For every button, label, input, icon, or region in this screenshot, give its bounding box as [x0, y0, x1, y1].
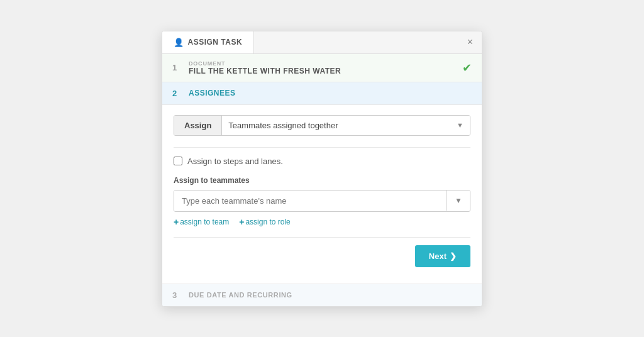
person-icon: 👤 [174, 38, 184, 47]
step-3-title: DUE DATE AND RECURRING [189, 291, 292, 299]
assign-steps-lanes-label: Assign to steps and lanes. [187, 157, 283, 166]
modal-tab: 👤 ASSIGN TASK [162, 31, 254, 53]
teammate-dropdown-button[interactable]: ▼ [447, 191, 470, 211]
assign-button[interactable]: Assign [174, 116, 222, 135]
step-3-number: 3 [172, 290, 182, 300]
checkbox-row: Assign to steps and lanes. [174, 157, 470, 166]
step-2-row: 2 ASSIGNEES [162, 82, 482, 105]
modal-tab-label: ASSIGN TASK [188, 38, 243, 47]
assign-to-team-link[interactable]: + assign to team [174, 217, 229, 227]
step-1-title: FILL THE KETTLE WITH FRESH WATER [189, 67, 456, 75]
teammates-section-label: Assign to teammates [174, 176, 470, 185]
assign-to-role-label: assign to role [245, 218, 290, 226]
teammate-input-row: ▼ [174, 190, 470, 212]
assign-to-team-label: assign to team [180, 218, 229, 226]
assign-row: Assign Teammates assigned together Teamm… [174, 115, 470, 136]
assign-dropdown-wrapper: Teammates assigned together Teammates as… [222, 116, 470, 135]
step-2-title: ASSIGNEES [189, 89, 472, 97]
next-button-label: Next [429, 251, 447, 261]
step-3-row: 3 DUE DATE AND RECURRING [162, 284, 482, 306]
close-button[interactable]: × [458, 32, 482, 52]
modal-titlebar: 👤 ASSIGN TASK × [162, 31, 482, 54]
step-1-check-icon: ✔ [462, 61, 472, 75]
plus-role-icon: + [239, 217, 244, 227]
teammate-name-input[interactable] [174, 191, 447, 211]
step-2-content: ASSIGNEES [189, 89, 472, 97]
step-1-sublabel: DOCUMENT [189, 60, 456, 67]
assign-to-role-link[interactable]: + assign to role [239, 217, 291, 227]
step-1-content: DOCUMENT FILL THE KETTLE WITH FRESH WATE… [189, 60, 456, 75]
assign-steps-lanes-checkbox[interactable] [174, 157, 182, 165]
next-row: Next ❯ [174, 245, 470, 267]
divider-2 [174, 237, 470, 238]
step-1-row: 1 DOCUMENT FILL THE KETTLE WITH FRESH WA… [162, 54, 482, 82]
plus-team-icon: + [174, 217, 179, 227]
divider-1 [174, 147, 470, 148]
next-button[interactable]: Next ❯ [415, 245, 470, 267]
assign-dropdown[interactable]: Teammates assigned together Teammates as… [222, 116, 470, 135]
next-chevron-icon: ❯ [450, 251, 457, 261]
assign-task-modal: 👤 ASSIGN TASK × 1 DOCUMENT FILL THE KETT… [162, 31, 482, 307]
modal-body: Assign Teammates assigned together Teamm… [162, 105, 482, 284]
assign-links: + assign to team + assign to role [174, 217, 470, 227]
step-2-number: 2 [172, 89, 182, 98]
step-1-number: 1 [172, 63, 182, 72]
